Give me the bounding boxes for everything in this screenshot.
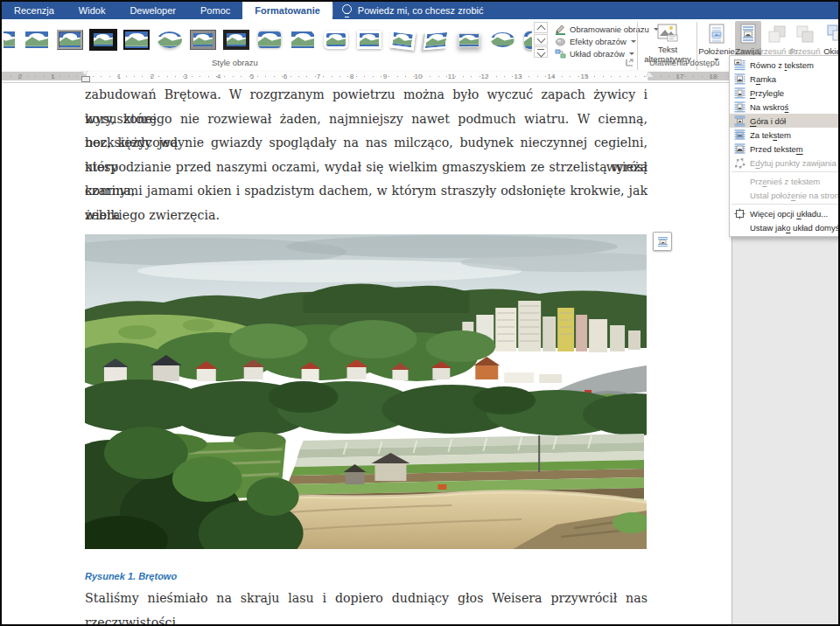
landscape-thumbnail-icon bbox=[89, 29, 117, 51]
picture-style-thumbnail-soft-reflection[interactable] bbox=[22, 24, 52, 57]
landscape-thumbnail-icon bbox=[491, 32, 514, 47]
menu-item-label: Więcej opcji układu... bbox=[750, 209, 828, 219]
ruler-number: 9 bbox=[383, 73, 387, 80]
menu-icon-placeholder bbox=[732, 221, 746, 233]
picture-style-thumbnail-center-shadow[interactable] bbox=[454, 24, 484, 57]
menu-item-edytuj-punkty-zawijania: Edytuj punkty zawijania bbox=[730, 156, 840, 170]
landscape-thumbnail-icon bbox=[123, 30, 150, 50]
picture-style-thumbnail-black-frame-thin[interactable] bbox=[122, 24, 151, 57]
tab-widok[interactable]: Widok bbox=[66, 2, 118, 19]
landscape-thumbnail-icon bbox=[357, 31, 382, 49]
document-area: zabudowań Brętowa. W rozgrzanym powietrz… bbox=[2, 83, 838, 624]
landscape-thumbnail-icon bbox=[423, 30, 449, 50]
picture-style-thumbnail-soft-edge[interactable] bbox=[255, 24, 284, 57]
gallery-scroll bbox=[534, 22, 548, 58]
menu-item-góra-i-dół[interactable]: Góra i dół bbox=[730, 114, 840, 128]
menu-item-label: Na wskroś bbox=[750, 102, 788, 112]
tab-recenzja[interactable]: Recenzja bbox=[2, 2, 66, 19]
menu-item-ustaw-jako-układ-domyślny[interactable]: Ustaw jako układ domyślny bbox=[730, 220, 840, 234]
picture-style-thumbnail-white-frame[interactable] bbox=[354, 24, 384, 57]
bring-forward-icon bbox=[766, 24, 788, 45]
ruler-number: 8 bbox=[350, 73, 354, 80]
horizontal-ruler[interactable]: 211234567891011121314151718 bbox=[2, 70, 733, 83]
selection-pane-icon bbox=[826, 24, 840, 45]
menu-item-przenieś-z-tekstem: Przenieś z tekstem bbox=[730, 174, 840, 188]
text-line: wielkiego zwierzęcia. bbox=[85, 204, 648, 228]
ruler-number: 18 bbox=[710, 73, 718, 80]
ribbon-group-labels: Style obrazu Ułatwienia dostępu bbox=[2, 58, 838, 69]
picture-style-thumbnail-metal-frame[interactable] bbox=[55, 24, 85, 57]
wrap-behind-icon bbox=[732, 129, 746, 141]
menu-item-na-wskroś[interactable]: Na wskroś bbox=[730, 100, 840, 114]
picture-style-thumbnail-rounded-bevel[interactable] bbox=[521, 24, 532, 57]
paragraph: zabudowań Brętowa. W rozgrzanym powietrz… bbox=[85, 83, 648, 227]
menu-item-label: Edytuj punkty zawijania bbox=[750, 158, 836, 168]
gallery-more-button[interactable] bbox=[534, 46, 548, 58]
indent-marker[interactable] bbox=[81, 71, 89, 82]
tab-formatowanie-active[interactable]: Formatowanie bbox=[242, 2, 332, 19]
picture-style-thumbnail-rotated-white-frame[interactable] bbox=[388, 24, 417, 57]
wrap-inline-icon bbox=[732, 59, 746, 71]
picture-style-thumbnail-soft-edge-oval[interactable] bbox=[487, 24, 517, 57]
wrap-tight-icon bbox=[732, 87, 746, 99]
menu-item-label: Ustal położenie na stronie bbox=[750, 191, 840, 200]
ruler-number: 7 bbox=[317, 73, 320, 80]
picture-style-thumbnail-perspective-shadow[interactable] bbox=[421, 24, 451, 57]
layout-options-icon bbox=[657, 236, 668, 247]
tab-pomoc[interactable]: Pomoc bbox=[188, 2, 242, 19]
menu-item-więcej-opcji-układu-[interactable]: Więcej opcji układu... bbox=[730, 206, 840, 220]
menu-item-przylegle[interactable]: Przylegle bbox=[730, 86, 840, 100]
menu-item-równo-z-tekstem[interactable]: Równo z tekstem bbox=[730, 58, 840, 72]
wrap-topbottom-icon bbox=[732, 115, 746, 127]
picture-style-thumbnail-dark-frame[interactable] bbox=[221, 24, 251, 57]
picture-effects-button[interactable]: Efekty obrazów bbox=[555, 35, 642, 47]
ruler-number: 6 bbox=[284, 73, 287, 80]
wrap-front-icon bbox=[732, 143, 746, 155]
menu-item-przed-tekstem[interactable]: Przed tekstem bbox=[730, 142, 840, 156]
gallery-more-icon bbox=[537, 49, 544, 56]
ruler-number: 17 bbox=[676, 73, 684, 80]
ribbon-tab-bar: Recenzja Widok Deweloper Pomoc Formatowa… bbox=[2, 2, 838, 19]
dropdown-arrow-icon bbox=[629, 52, 634, 55]
menu-item-label: Za tekstem bbox=[750, 130, 791, 140]
menu-item-label: Równo z tekstem bbox=[750, 60, 814, 70]
layout-options-button[interactable] bbox=[653, 232, 672, 251]
chevron-down-icon bbox=[536, 35, 545, 44]
picture-styles-gallery bbox=[4, 22, 532, 58]
menu-item-ramka[interactable]: Ramka bbox=[730, 72, 840, 86]
wrap-text-icon bbox=[738, 24, 758, 45]
edit-wrap-points-icon bbox=[732, 156, 746, 169]
more-layout-icon bbox=[732, 207, 746, 219]
picture-style-thumbnail-metal-frame-small[interactable] bbox=[188, 24, 218, 57]
picture-style-thumbnail-black-frame-thick[interactable] bbox=[88, 24, 118, 57]
ruler-number: 2 bbox=[150, 73, 154, 80]
menu-item-za-tekstem[interactable]: Za tekstem bbox=[730, 128, 840, 142]
menu-item-label: Przylegle bbox=[750, 88, 784, 98]
gallery-scroll-down-button[interactable] bbox=[534, 34, 548, 45]
ruler-number: 12 bbox=[481, 73, 489, 80]
text-line: niespodzianie przed naszymi oczami, wyda… bbox=[85, 156, 648, 180]
picture-style-thumbnail-rounded-white-frame[interactable] bbox=[321, 24, 351, 57]
pen-color-icon bbox=[555, 24, 566, 35]
picture-style-thumbnail-oval[interactable] bbox=[155, 24, 185, 57]
word-window: Recenzja Widok Deweloper Pomoc Formatowa… bbox=[0, 0, 840, 626]
text-line: zabudowań Brętowa. W rozgrzanym powietrz… bbox=[85, 83, 648, 108]
picture-styles-group-label: Style obrazu bbox=[212, 58, 258, 67]
alt-text-label: Tekst bbox=[658, 45, 677, 55]
landscape-thumbnail-icon bbox=[158, 31, 182, 48]
picture-style-thumbnail-snip-corner[interactable] bbox=[288, 24, 318, 57]
gallery-scroll-up-button[interactable] bbox=[534, 22, 548, 33]
right-indent-marker[interactable] bbox=[645, 72, 654, 77]
ruler-number: 10 bbox=[415, 73, 423, 80]
tell-me-box[interactable]: Powiedz mi, co chcesz zrobić bbox=[333, 2, 493, 19]
menu-item-ustal-położenie-na-stronie: Ustal położenie na stronie bbox=[730, 188, 840, 202]
document-page[interactable]: zabudowań Brętowa. W rozgrzanym powietrz… bbox=[2, 83, 732, 624]
document-photo[interactable] bbox=[85, 234, 647, 549]
ruler-number: 15 bbox=[581, 73, 589, 80]
text-line: kory, którego nie rozwiewał żaden, najmn… bbox=[85, 108, 648, 132]
menu-item-label: Góra i dół bbox=[750, 116, 786, 126]
picture-border-button[interactable]: Obramowanie obrazu bbox=[555, 23, 642, 35]
ruler-number: 3 bbox=[184, 73, 187, 80]
picture-style-thumbnail-reflection-cut[interactable] bbox=[4, 24, 18, 57]
tab-deweloper[interactable]: Deweloper bbox=[117, 2, 188, 19]
